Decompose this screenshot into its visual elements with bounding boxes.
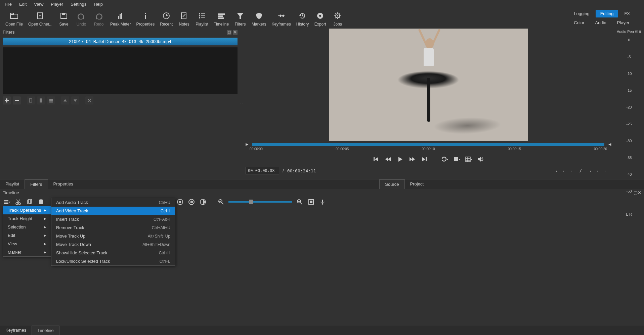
jobs-button[interactable]: Jobs bbox=[329, 10, 346, 27]
timeline-button[interactable]: Timeline bbox=[211, 10, 231, 27]
redo-button[interactable]: Redo bbox=[90, 10, 108, 27]
panel-close-icon[interactable]: ✕ bbox=[639, 30, 641, 33]
export-button[interactable]: Export bbox=[311, 10, 329, 27]
menu-item-track-operations[interactable]: Track Operations▶ bbox=[3, 206, 51, 214]
rewind-button[interactable] bbox=[384, 156, 392, 163]
filters-button[interactable]: Filters bbox=[231, 10, 249, 27]
panel-close-icon[interactable]: ✕ bbox=[233, 30, 238, 35]
menu-item-move-track-down[interactable]: Move Track DownAlt+Shift+Down bbox=[51, 240, 175, 249]
tab-project[interactable]: Project bbox=[405, 179, 429, 189]
svg-rect-23 bbox=[201, 17, 205, 18]
menu-help[interactable]: Help bbox=[90, 1, 106, 8]
tab-properties[interactable]: Properties bbox=[48, 179, 79, 189]
undo-button[interactable]: Undo bbox=[73, 10, 90, 27]
panel-close-icon[interactable]: ✕ bbox=[638, 190, 641, 195]
timeline-menu-button[interactable]: ▾ bbox=[3, 198, 11, 206]
filter-list bbox=[3, 47, 238, 94]
play-button[interactable] bbox=[396, 156, 404, 163]
menu-item-remove-track[interactable]: Remove TrackCtrl+Alt+U bbox=[51, 223, 175, 232]
out-point-icon[interactable]: ◀ bbox=[608, 142, 611, 146]
skip-previous-button[interactable] bbox=[372, 156, 380, 163]
layout-player[interactable]: Player bbox=[612, 19, 634, 27]
preview-scrubber[interactable]: ▶ ◀ 00:00:00 00:00:05 00:00:10 00:00:15 … bbox=[246, 142, 611, 153]
tab-filters[interactable]: Filters bbox=[25, 179, 48, 189]
footer-tab-timeline[interactable]: Timeline bbox=[32, 326, 59, 335]
properties-button[interactable]: Properties bbox=[133, 10, 157, 27]
filter-clip-name[interactable]: 210917_04_Ballet Dancer_4k_013_4k_25000b… bbox=[3, 38, 238, 45]
markers-button[interactable]: Markers bbox=[249, 10, 269, 27]
save-button[interactable]: Save bbox=[55, 10, 73, 27]
deselect-filter-button[interactable] bbox=[85, 96, 93, 104]
panel-float-icon[interactable]: ▢ bbox=[634, 190, 638, 195]
history-button[interactable]: History bbox=[294, 10, 311, 27]
timecode-input[interactable] bbox=[246, 167, 279, 174]
menu-item-lock-unlock-selected-track[interactable]: Lock/Unlock Selected TrackCtrl+L bbox=[51, 257, 175, 265]
panel-float-icon[interactable]: ▢ bbox=[635, 30, 638, 33]
in-point-icon[interactable]: ▶ bbox=[246, 142, 248, 146]
toolbar-label: Filters bbox=[235, 22, 246, 27]
cut-button[interactable] bbox=[14, 198, 22, 206]
menu-view[interactable]: View bbox=[31, 1, 47, 8]
copy-button[interactable] bbox=[26, 198, 34, 206]
peak-meter-button[interactable]: Peak Meter bbox=[108, 10, 133, 27]
keyframes-button[interactable]: Keyframes bbox=[269, 10, 293, 27]
menu-file[interactable]: File bbox=[1, 1, 15, 8]
playlist-button[interactable]: Playlist bbox=[193, 10, 211, 27]
layout-editing[interactable]: Editing bbox=[596, 10, 618, 17]
menu-item-show-hide-selected-track[interactable]: Show/Hide Selected TrackCtrl+H bbox=[51, 249, 175, 257]
skip-next-button[interactable] bbox=[421, 156, 428, 163]
paste-button[interactable] bbox=[37, 198, 45, 206]
timeline-title: Timeline bbox=[3, 190, 19, 195]
move-filter-down-button[interactable] bbox=[71, 96, 79, 104]
video-preview[interactable] bbox=[329, 29, 528, 141]
grid-button[interactable]: ▾ bbox=[465, 156, 472, 163]
shortcut-label: Alt+Shift+Up bbox=[148, 234, 170, 239]
splitter-handle[interactable]: ⋮⋮ bbox=[240, 29, 243, 179]
menu-item-track-height[interactable]: Track Height▶ bbox=[3, 214, 51, 223]
svg-marker-64 bbox=[412, 157, 415, 161]
volume-button[interactable] bbox=[477, 156, 484, 163]
open-file-button[interactable]: Open File bbox=[3, 10, 26, 27]
filter-set-button[interactable] bbox=[47, 96, 55, 104]
zoom-slider[interactable] bbox=[228, 201, 292, 203]
menu-item-move-track-up[interactable]: Move Track UpAlt+Shift+Up bbox=[51, 232, 175, 240]
menu-item-view[interactable]: View▶ bbox=[3, 240, 51, 248]
menu-item-edit[interactable]: Edit▶ bbox=[3, 231, 51, 240]
zoom-in-button[interactable] bbox=[296, 198, 304, 206]
notes-button[interactable]: Notes bbox=[175, 10, 193, 27]
menu-settings[interactable]: Settings bbox=[67, 1, 90, 8]
fast-forward-button[interactable] bbox=[409, 156, 416, 163]
open-other--button[interactable]: Open Other... bbox=[26, 10, 55, 27]
ripple-button[interactable]: ✱ bbox=[187, 198, 196, 206]
menu-item-insert-track[interactable]: Insert TrackCtrl+Alt+I bbox=[51, 215, 175, 223]
layout-audio[interactable]: Audio bbox=[590, 19, 611, 27]
layout-color[interactable]: Color bbox=[569, 19, 589, 27]
layout-fx[interactable]: FX bbox=[619, 10, 635, 17]
move-filter-up-button[interactable] bbox=[61, 96, 69, 104]
marker-button[interactable] bbox=[176, 198, 184, 206]
menu-item-selection[interactable]: Selection▶ bbox=[3, 223, 51, 231]
menu-item-add-video-track[interactable]: Add Video TrackCtrl+I bbox=[51, 207, 175, 215]
menu-item-add-audio-track[interactable]: Add Audio TrackCtrl+U bbox=[51, 198, 175, 207]
remove-filter-button[interactable] bbox=[13, 96, 21, 104]
tab-source[interactable]: Source bbox=[379, 179, 404, 189]
svg-rect-50 bbox=[40, 98, 42, 102]
recent-button[interactable]: Recent bbox=[157, 10, 175, 27]
menu-item-marker[interactable]: Marker▶ bbox=[3, 248, 51, 256]
menu-edit[interactable]: Edit bbox=[16, 1, 30, 8]
zoom-fit-button[interactable] bbox=[307, 198, 315, 206]
panel-float-icon[interactable]: ▢ bbox=[227, 30, 231, 35]
copy-filter-button[interactable] bbox=[27, 96, 35, 104]
tab-playlist[interactable]: Playlist bbox=[0, 179, 25, 189]
zoom-fit-button[interactable]: ▾ bbox=[453, 156, 460, 163]
paste-filter-button[interactable] bbox=[37, 96, 45, 104]
loop-button[interactable]: ▾ bbox=[441, 156, 448, 163]
footer-tabs: Keyframes Timeline bbox=[0, 326, 644, 335]
layout-logging[interactable]: Logging bbox=[569, 10, 594, 17]
menu-player[interactable]: Player bbox=[47, 1, 67, 8]
ripple-all-button[interactable] bbox=[199, 198, 207, 206]
footer-tab-keyframes[interactable]: Keyframes bbox=[0, 326, 32, 335]
zoom-out-button[interactable] bbox=[217, 198, 225, 206]
record-audio-button[interactable] bbox=[318, 198, 327, 206]
add-filter-button[interactable] bbox=[3, 96, 11, 104]
